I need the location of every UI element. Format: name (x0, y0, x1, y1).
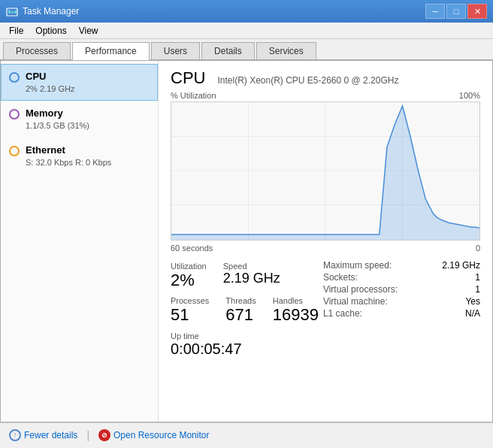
sidebar-item-ethernet[interactable]: Ethernet S: 32.0 Kbps R: 0 Kbps (1, 138, 158, 174)
title-bar-buttons: ─ □ ✕ (425, 4, 487, 19)
virtual-proc-value: 1 (475, 284, 480, 295)
speed-label: Speed (223, 262, 280, 271)
tab-performance[interactable]: Performance (72, 42, 150, 60)
resource-monitor-icon: ⊘ (98, 429, 110, 441)
handles-label: Handles (273, 296, 319, 305)
ethernet-sub: S: 32.0 Kbps R: 0 Kbps (26, 157, 111, 168)
maximize-button[interactable]: □ (446, 4, 466, 19)
close-button[interactable]: ✕ (467, 4, 487, 19)
ethernet-title: Ethernet (26, 144, 111, 157)
bottom-separator: | (86, 429, 89, 441)
left-stats: Utilization 2% Speed 2.19 GHz Processes … (171, 260, 323, 358)
sockets-value: 1 (475, 272, 480, 283)
chart-y-label: % Utilization (171, 91, 216, 100)
menu-view[interactable]: View (73, 24, 104, 38)
detail-header: CPU Intel(R) Xeon(R) CPU E5-2660 0 @ 2.2… (171, 68, 480, 88)
tab-services[interactable]: Services (256, 42, 316, 59)
fewer-details-icon: ↑ (9, 429, 21, 441)
right-stats-container: Maximum speed: 2.19 GHz Sockets: 1 Virtu… (323, 260, 480, 358)
tab-details[interactable]: Details (201, 42, 255, 59)
svg-rect-2 (11, 11, 14, 14)
threads-block: Threads 671 (225, 295, 260, 326)
detail-subtitle: Intel(R) Xeon(R) CPU E5-2660 0 @ 2.20GHz (217, 75, 398, 86)
processes-value: 51 (171, 305, 209, 325)
threads-label: Threads (225, 296, 256, 305)
menu-file[interactable]: File (3, 24, 29, 38)
minimize-button[interactable]: ─ (425, 4, 445, 19)
utilization-label: Utilization (171, 262, 207, 271)
bottom-bar: ↑ Fewer details | ⊘ Open Resource Monito… (0, 422, 493, 446)
menu-options[interactable]: Options (29, 24, 72, 38)
cpu-title: CPU (26, 71, 74, 83)
utilization-block: Utilization 2% (171, 260, 211, 292)
sidebar: CPU 2% 2.19 GHz Memory 1.1/3.5 GB (31%) … (1, 61, 159, 422)
proc-thread-row: Processes 51 Threads 671 Handles 16939 (171, 295, 323, 326)
right-stat-virtual-machine: Virtual machine: Yes (323, 296, 480, 307)
speed-value: 2.19 GHz (223, 271, 280, 287)
sidebar-item-memory[interactable]: Memory 1.1/3.5 GB (31%) (1, 101, 158, 138)
fewer-details-link[interactable]: ↑ Fewer details (9, 429, 77, 441)
cpu-sub: 2% 2.19 GHz (26, 83, 74, 94)
max-speed-value: 2.19 GHz (442, 260, 480, 271)
processes-block: Processes 51 (171, 295, 213, 326)
ethernet-indicator (9, 146, 20, 156)
memory-indicator (9, 109, 20, 120)
svg-rect-3 (14, 11, 17, 14)
title-bar: Task Manager ─ □ ✕ (0, 0, 493, 23)
detail-pane: CPU Intel(R) Xeon(R) CPU E5-2660 0 @ 2.2… (159, 61, 492, 422)
fewer-details-label: Fewer details (24, 430, 77, 440)
handles-value: 16939 (273, 305, 319, 325)
processes-label: Processes (171, 296, 209, 305)
uptime-value: 0:00:05:47 (171, 341, 323, 358)
util-speed-row: Utilization 2% Speed 2.19 GHz (171, 260, 323, 292)
right-stat-l1-cache: L1 cache: N/A (323, 308, 480, 319)
stats-area: Utilization 2% Speed 2.19 GHz Processes … (171, 260, 480, 358)
memory-sub: 1.1/3.5 GB (31%) (26, 120, 89, 131)
title-bar-left: Task Manager (6, 5, 79, 17)
main-content: CPU 2% 2.19 GHz Memory 1.1/3.5 GB (31%) … (0, 60, 493, 422)
chart-time-labels: 60 seconds 0 (171, 244, 480, 253)
virtual-proc-label: Virtual processors: (323, 284, 421, 295)
virtual-machine-label: Virtual machine: (323, 296, 421, 307)
chart-time-right: 0 (476, 244, 480, 253)
tab-users[interactable]: Users (151, 42, 200, 59)
uptime-label: Up time (171, 331, 323, 341)
cpu-indicator (9, 72, 20, 83)
max-speed-label: Maximum speed: (323, 260, 421, 271)
open-monitor-label: Open Resource Monitor (113, 430, 209, 440)
tab-processes[interactable]: Processes (3, 42, 71, 59)
l1-cache-label: L1 cache: (323, 308, 421, 319)
open-monitor-link[interactable]: ⊘ Open Resource Monitor (98, 429, 209, 441)
uptime-block: Up time 0:00:05:47 (171, 331, 323, 358)
memory-title: Memory (26, 107, 89, 120)
app-icon (6, 5, 18, 17)
l1-cache-value: N/A (465, 308, 480, 319)
chart-y-right: 100% (459, 91, 480, 100)
right-stat-max-speed: Maximum speed: 2.19 GHz (323, 260, 480, 271)
right-stat-virtual-proc: Virtual processors: 1 (323, 284, 480, 295)
utilization-value: 2% (171, 271, 207, 290)
handles-block: Handles 16939 (273, 295, 323, 326)
svg-rect-1 (8, 10, 11, 14)
right-stat-sockets: Sockets: 1 (323, 272, 480, 283)
chart-time-left: 60 seconds (171, 244, 213, 253)
detail-title: CPU (171, 68, 205, 88)
tabs-bar: Processes Performance Users Details Serv… (0, 39, 493, 60)
threads-value: 671 (225, 305, 256, 325)
window-title: Task Manager (23, 6, 79, 17)
sidebar-item-cpu[interactable]: CPU 2% 2.19 GHz (1, 64, 158, 101)
sockets-label: Sockets: (323, 272, 421, 283)
chart-labels: % Utilization 100% (171, 91, 480, 100)
virtual-machine-value: Yes (465, 296, 480, 307)
cpu-chart (171, 101, 480, 241)
chart-svg (171, 102, 479, 240)
menu-bar: File Options View (0, 23, 493, 39)
speed-block: Speed 2.19 GHz (223, 260, 285, 292)
